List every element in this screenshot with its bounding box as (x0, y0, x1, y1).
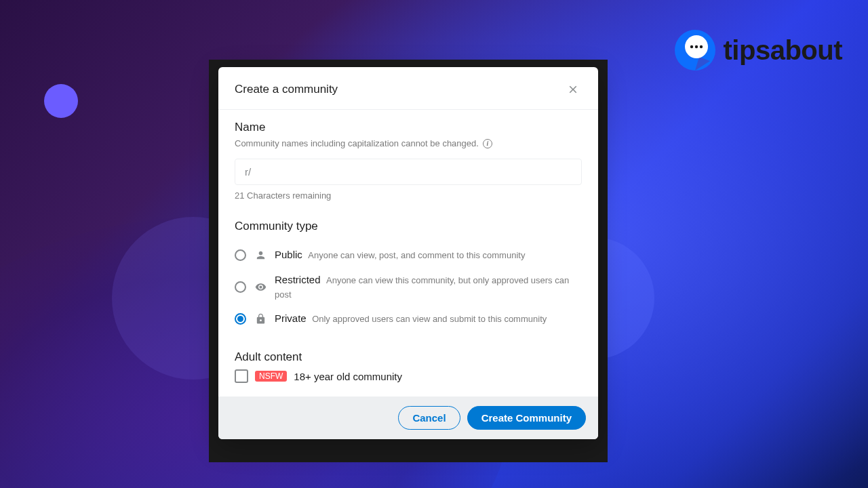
create-community-button[interactable]: Create Community (467, 406, 586, 430)
modal-title: Create a community (235, 83, 338, 96)
brand-icon (672, 27, 718, 73)
radio-indicator (235, 313, 246, 325)
character-counter: 21 Characters remaining (235, 190, 582, 201)
svg-point-2 (690, 45, 692, 48)
brand-logo-container: tipsabout (672, 27, 842, 73)
person-icon (254, 249, 267, 261)
radio-text: Private Only approved users can view and… (275, 312, 582, 326)
radio-option-restricted[interactable]: Restricted Anyone can view this communit… (235, 268, 582, 307)
community-type-section: Community type Public Anyone can view, p… (235, 220, 582, 331)
svg-point-3 (694, 45, 697, 48)
radio-option-public[interactable]: Public Anyone can view, post, and commen… (235, 243, 582, 268)
radio-description: Anyone can view, post, and comment to th… (308, 250, 525, 260)
nsfw-checkbox (235, 369, 248, 383)
radio-indicator (235, 281, 246, 293)
nsfw-badge: NSFW (255, 371, 287, 382)
adult-content-section: Adult content NSFW 18+ year old communit… (235, 350, 582, 383)
name-section: Name Community names including capitaliz… (235, 121, 582, 201)
radio-text: Public Anyone can view, post, and commen… (275, 248, 582, 262)
radio-name: Public (275, 249, 302, 260)
decorative-circle (44, 84, 78, 118)
brand-name: tipsabout (724, 35, 842, 66)
name-label: Name (235, 121, 582, 134)
community-name-input[interactable] (235, 159, 582, 185)
modal-body: Name Community names including capitaliz… (218, 110, 598, 396)
close-icon (567, 83, 579, 96)
type-radio-group: Public Anyone can view, post, and commen… (235, 243, 582, 331)
radio-indicator (235, 249, 246, 261)
nsfw-label: 18+ year old community (294, 371, 402, 382)
adult-label: Adult content (235, 350, 582, 364)
radio-text: Restricted Anyone can view this communit… (275, 273, 582, 302)
svg-point-4 (699, 45, 702, 48)
create-community-modal: Create a community Name Community names … (218, 67, 598, 439)
radio-name: Restricted (275, 274, 321, 285)
name-hint-row: Community names including capitalization… (235, 138, 492, 148)
info-icon[interactable]: i (483, 139, 492, 148)
name-hint-text: Community names including capitalization… (235, 138, 479, 148)
cancel-button[interactable]: Cancel (398, 406, 460, 430)
name-input-wrap (235, 159, 582, 185)
modal-header: Create a community (218, 67, 598, 110)
lock-icon (254, 313, 267, 325)
eye-icon (254, 281, 267, 293)
radio-description: Only approved users can view and submit … (312, 314, 547, 324)
nsfw-checkbox-row[interactable]: NSFW 18+ year old community (235, 369, 582, 383)
radio-option-private[interactable]: Private Only approved users can view and… (235, 306, 582, 331)
radio-name: Private (275, 312, 307, 324)
modal-footer: Cancel Create Community (218, 396, 598, 439)
close-button[interactable] (564, 81, 582, 98)
type-label: Community type (235, 220, 582, 233)
